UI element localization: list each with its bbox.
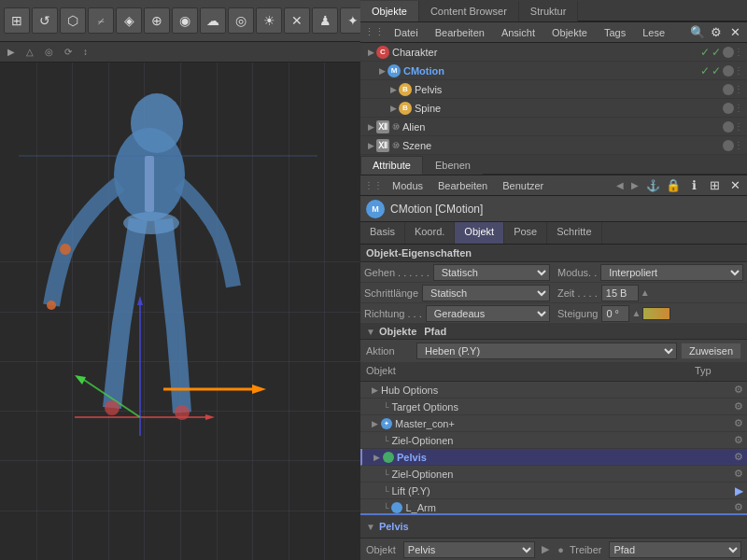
tree-expand-icon[interactable]: ▶ — [390, 85, 397, 94]
zeit-up-icon[interactable]: ▲ — [639, 287, 652, 298]
tree-expand-icon[interactable]: ▶ — [390, 104, 397, 113]
tab-struktur[interactable]: Struktur — [519, 1, 579, 21]
toolbar-undo-icon[interactable]: ↺ — [32, 7, 58, 34]
lock-icon[interactable]: 🔒 — [665, 177, 682, 194]
check2[interactable]: ✓ — [712, 64, 721, 77]
check1[interactable]: ✓ — [700, 64, 710, 77]
pelvis-collapse-icon[interactable]: ▼ — [366, 522, 375, 532]
viewport-move-btn[interactable]: △ — [22, 46, 37, 58]
tree-item-charakter[interactable]: ▶ C Charakter ✓ ✓ ⋮ — [360, 43, 747, 62]
toolbar-nurbs-icon[interactable]: ◈ — [116, 7, 142, 34]
bottom-arrow-icon[interactable]: ▶ — [542, 543, 549, 555]
row-master-con[interactable]: ▶ ✦ Master_con+ ⚙ — [360, 415, 747, 432]
menu-tags[interactable]: Tags — [597, 25, 633, 40]
toolbar-gen-icon[interactable]: ⊕ — [144, 7, 170, 34]
attr-menu-modus[interactable]: Modus — [387, 178, 429, 193]
tree-item-cmotion[interactable]: ▶ M CMotion ✓ ✓ ⋮ — [360, 62, 747, 80]
row-ziel-optionen-1[interactable]: └ Ziel-Optionen ⚙ — [360, 432, 747, 449]
next-arrow-icon[interactable]: ▶ — [629, 180, 641, 190]
viewport-rotate-btn[interactable]: ⟳ — [61, 46, 76, 58]
menu-bearbeiten[interactable]: Bearbeiten — [428, 25, 492, 40]
anchor-icon[interactable]: ⚓ — [644, 177, 661, 194]
toolbar-char-icon[interactable]: ♟ — [312, 7, 338, 34]
vis-dot[interactable] — [723, 140, 734, 151]
vis-dot[interactable] — [723, 47, 734, 58]
row-target-options[interactable]: └ Target Options ⚙ — [360, 399, 747, 415]
tree-item-spine[interactable]: ▶ B Spine ⋮ — [360, 99, 747, 118]
row-lift-py[interactable]: └ Lift (P.Y) ▶ — [360, 483, 747, 499]
tree-label-cmotion: CMotion — [403, 65, 700, 77]
info-icon[interactable]: ℹ — [685, 177, 702, 194]
toolbar-spline-icon[interactable]: ⌿ — [88, 7, 114, 34]
tab-objekte[interactable]: Objekte — [360, 1, 419, 21]
pelvis-icon — [383, 451, 394, 463]
tree-expand-icon[interactable]: ▶ — [368, 141, 374, 150]
bottom-objekt-dropdown[interactable]: Pelvis — [403, 541, 536, 558]
vis-dot[interactable] — [723, 103, 734, 114]
expand-icon[interactable]: ⊞ — [706, 177, 723, 194]
prev-arrow-icon[interactable]: ◀ — [614, 180, 626, 190]
zuweisen-button[interactable]: Zuweisen — [681, 343, 741, 359]
check1[interactable]: ✓ — [700, 46, 710, 59]
tree-item-pelvis[interactable]: ▶ B Pelvis ⋮ — [360, 80, 747, 99]
richtung-dropdown[interactable]: Geradeaus — [426, 305, 550, 322]
close2-icon[interactable]: ✕ — [726, 177, 743, 194]
attr-menu-benutzer[interactable]: Benutzer — [497, 178, 549, 193]
row-hub-options[interactable]: ▶ Hub Options ⚙ — [360, 382, 747, 399]
tree-item-alien[interactable]: ▶ Ⅻ ⑩ Alien ⋮ — [360, 118, 747, 136]
zeit-input[interactable] — [601, 285, 639, 301]
bottom-circle-icon: ● — [557, 544, 564, 555]
viewport-camera-btn[interactable]: ◎ — [41, 46, 57, 58]
toolbar-null-icon[interactable]: ✕ — [284, 7, 310, 34]
tab-objekt[interactable]: Objekt — [455, 222, 504, 244]
attr-menu-bearbeiten[interactable]: Bearbeiten — [432, 178, 493, 193]
viewport-zoom-btn[interactable]: ↕ — [79, 46, 92, 58]
steigung-up-icon[interactable]: ▲ — [629, 308, 642, 318]
tree-expand-icon[interactable]: ▶ — [379, 66, 386, 76]
tab-pose[interactable]: Pose — [504, 222, 547, 244]
menu-objekte[interactable]: Objekte — [544, 25, 595, 40]
steigung-label: Steigung — [557, 308, 598, 319]
row-pelvis[interactable]: ▶ Pelvis ⚙ — [360, 449, 747, 466]
vis-dot[interactable] — [723, 121, 734, 133]
search-icon[interactable]: 🔍 — [689, 24, 706, 41]
tab-basis[interactable]: Basis — [360, 222, 405, 244]
toolbar-camera-icon[interactable]: ◎ — [228, 7, 254, 34]
steigung-input[interactable] — [601, 305, 629, 322]
toolbar-deform-icon[interactable]: ◉ — [172, 7, 198, 34]
tree-expand-icon[interactable]: ▶ — [368, 122, 374, 132]
toolbar-scene-icon[interactable]: ☁ — [200, 7, 226, 34]
menu-datei[interactable]: Datei — [387, 25, 426, 40]
check2[interactable]: ✓ — [712, 46, 721, 59]
objekte-collapse-icon[interactable]: ▼ — [366, 327, 375, 337]
vis-dot[interactable] — [723, 84, 734, 95]
tree-expand-icon[interactable]: ▶ — [368, 48, 374, 57]
menu-lese[interactable]: Lese — [635, 25, 672, 40]
row-l-arm[interactable]: └ L_Arm ⚙ — [360, 499, 747, 513]
menu-ansicht[interactable]: Ansicht — [494, 25, 543, 40]
viewport-play-btn[interactable]: ▶ — [4, 46, 19, 58]
tab-ebenen[interactable]: Ebenen — [423, 156, 483, 175]
row-ziel-optionen-2[interactable]: └ Ziel-Optionen ⚙ — [360, 466, 747, 483]
menu-bar: ⋮⋮ Datei Bearbeiten Ansicht Objekte Tags… — [360, 22, 747, 43]
properties-area: Objekt-Eigenschaften Gehen . . . . . . S… — [360, 245, 747, 513]
toolbar-object-icon[interactable]: ⬡ — [60, 7, 86, 34]
toolbar-grid-icon[interactable]: ⊞ — [4, 7, 30, 34]
tab-koord[interactable]: Koord. — [405, 222, 455, 244]
treiber-dropdown[interactable]: Pfad — [609, 541, 741, 558]
main-tab-bar: Objekte Content Browser Struktur — [360, 0, 747, 22]
gehen-dropdown[interactable]: Statisch — [433, 264, 550, 281]
vis-dot[interactable] — [723, 65, 734, 77]
ziel1-gear-icon: ⚙ — [734, 434, 743, 446]
viewport-nav[interactable]: ▶ △ ◎ ⟳ ↕ — [0, 42, 360, 63]
tab-content-browser[interactable]: Content Browser — [419, 1, 519, 21]
schrittlaenge-dropdown[interactable]: Statisch — [422, 285, 550, 301]
tab-schritte[interactable]: Schritte — [547, 222, 601, 244]
aktion-dropdown[interactable]: Heben (P.Y) — [416, 343, 677, 359]
tree-item-szene[interactable]: ▶ Ⅻ ⑩ Szene ⋮ — [360, 136, 747, 155]
tab-attribute[interactable]: Attribute — [360, 156, 423, 175]
toolbar-light-icon[interactable]: ☀ — [256, 7, 282, 34]
close-icon[interactable]: ✕ — [726, 24, 743, 41]
modus-dropdown[interactable]: Interpoliert — [600, 264, 743, 281]
settings-icon[interactable]: ⚙ — [708, 24, 725, 41]
